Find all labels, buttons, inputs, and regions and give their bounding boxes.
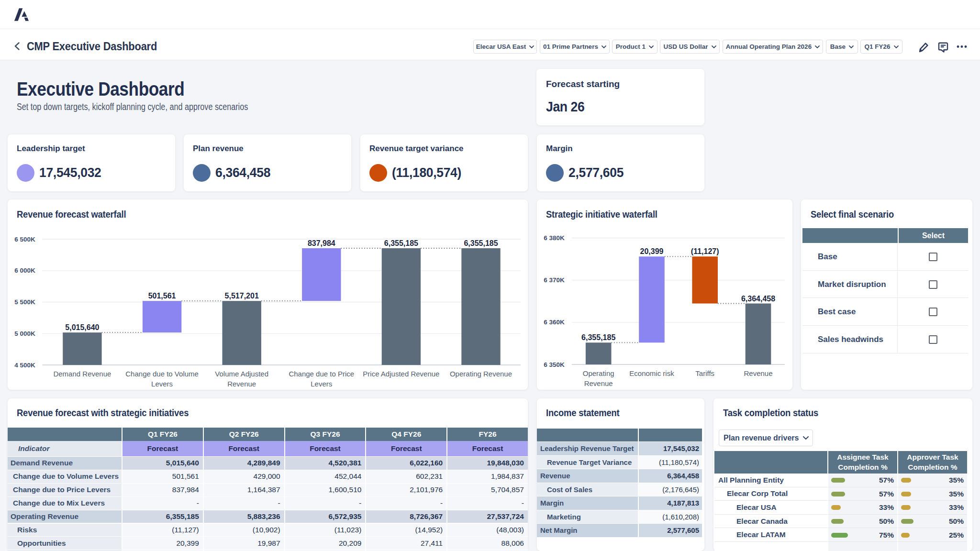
svg-text:Demand Revenue: Demand Revenue (53, 370, 111, 378)
svg-text:6 370K: 6 370K (544, 276, 565, 284)
svg-text:5 500K: 5 500K (14, 298, 35, 306)
svg-text:Price Adjusted Revenue: Price Adjusted Revenue (363, 370, 439, 378)
svg-text:6,355,185: 6,355,185 (581, 333, 615, 342)
svg-text:4 500K: 4 500K (14, 362, 35, 369)
svg-text:6 350K: 6 350K (544, 361, 565, 368)
svg-text:6,355,185: 6,355,185 (464, 239, 498, 247)
svg-text:Revenue: Revenue (744, 369, 772, 377)
svg-text:Tariffs: Tariffs (695, 369, 714, 377)
svg-text:Revenue: Revenue (227, 380, 256, 388)
svg-text:837,984: 837,984 (308, 239, 335, 247)
svg-text:5 000K: 5 000K (14, 330, 35, 337)
svg-text:6 000K: 6 000K (14, 267, 35, 274)
svg-text:6 360K: 6 360K (544, 319, 565, 326)
svg-text:6,364,458: 6,364,458 (741, 295, 775, 303)
svg-text:Levers: Levers (311, 380, 332, 388)
svg-text:Economic risk: Economic risk (629, 369, 674, 377)
svg-text:6,355,185: 6,355,185 (384, 239, 418, 247)
svg-text:5,015,640: 5,015,640 (65, 323, 99, 331)
svg-text:Operating: Operating (583, 369, 614, 377)
svg-text:6 500K: 6 500K (14, 236, 35, 243)
svg-text:501,561: 501,561 (148, 292, 176, 300)
svg-text:Change due to Volume: Change due to Volume (125, 370, 199, 378)
svg-text:(11,127): (11,127) (691, 247, 719, 255)
svg-text:Revenue: Revenue (584, 379, 613, 387)
svg-text:Volume Adjusted: Volume Adjusted (215, 370, 268, 378)
svg-text:Levers: Levers (151, 380, 173, 388)
svg-text:5,517,201: 5,517,201 (225, 292, 259, 300)
svg-text:6 380K: 6 380K (544, 234, 565, 242)
svg-text:Change due to Price: Change due to Price (289, 370, 354, 378)
svg-text:20,399: 20,399 (640, 247, 664, 255)
svg-text:Operating Revenue: Operating Revenue (450, 370, 512, 378)
